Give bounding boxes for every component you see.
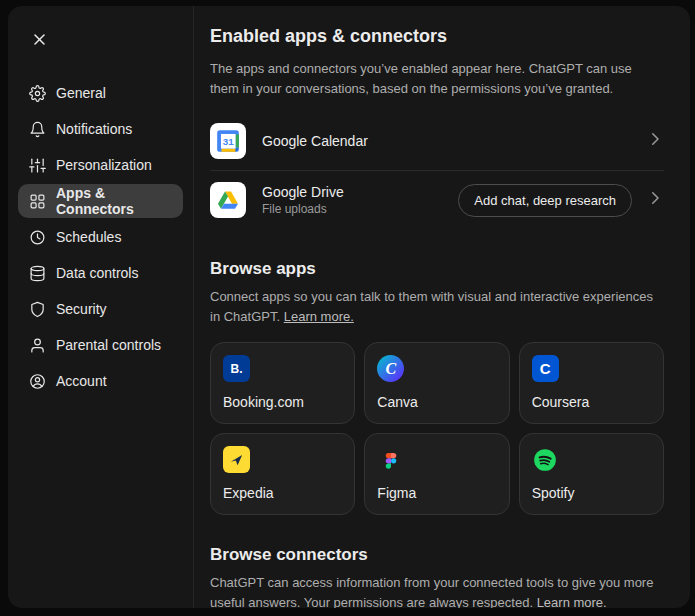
page-title: Enabled apps & connectors <box>210 26 664 47</box>
sidebar-item-label: Parental controls <box>56 337 161 353</box>
sidebar-item-schedules[interactable]: Schedules <box>18 220 183 254</box>
settings-nav: General Notifications Personalization Ap… <box>18 76 183 398</box>
sidebar-item-general[interactable]: General <box>18 76 183 110</box>
chevron-right-icon <box>646 130 664 152</box>
settings-sidebar: General Notifications Personalization Ap… <box>8 6 194 608</box>
app-name: Coursera <box>532 394 651 410</box>
app-name: Spotify <box>532 485 651 501</box>
google-calendar-icon: 31 <box>210 123 246 159</box>
user-circle-icon <box>28 372 46 390</box>
learn-more-link[interactable]: Learn more. <box>537 595 607 609</box>
sidebar-item-label: Schedules <box>56 229 121 245</box>
close-icon <box>32 32 47 47</box>
browse-connectors-title: Browse connectors <box>210 545 664 565</box>
learn-more-link[interactable]: Learn more. <box>284 309 354 324</box>
app-card-booking[interactable]: B. Booking.com <box>210 342 355 424</box>
database-icon <box>28 264 46 282</box>
spotify-logo-icon <box>532 446 559 473</box>
app-card-figma[interactable]: Figma <box>364 433 509 515</box>
app-card-canva[interactable]: C Canva <box>364 342 509 424</box>
add-chat-deep-research-button[interactable]: Add chat, deep research <box>458 184 632 217</box>
browse-connectors-description: ChatGPT can access information from your… <box>210 573 662 608</box>
sidebar-item-parental-controls[interactable]: Parental controls <box>18 328 183 362</box>
canva-logo-icon: C <box>377 355 404 382</box>
app-name: Booking.com <box>223 394 342 410</box>
sidebar-item-label: Apps & Connectors <box>56 185 173 217</box>
connector-name: Google Drive <box>262 184 344 200</box>
sidebar-item-label: Security <box>56 301 107 317</box>
gear-icon <box>28 84 46 102</box>
browse-apps-description: Connect apps so you can talk to them wit… <box>210 287 662 326</box>
connector-name: Google Calendar <box>262 133 368 149</box>
shield-icon <box>28 300 46 318</box>
close-button[interactable] <box>24 24 54 54</box>
sidebar-item-data-controls[interactable]: Data controls <box>18 256 183 290</box>
sidebar-item-label: Account <box>56 373 107 389</box>
enabled-list: 31 Google Calendar <box>210 112 664 229</box>
settings-content: Enabled apps & connectors The apps and c… <box>194 6 690 608</box>
person-icon <box>28 336 46 354</box>
enabled-row-google-drive[interactable]: Google Drive File uploads Add chat, deep… <box>210 170 664 229</box>
app-card-coursera[interactable]: C Coursera <box>519 342 664 424</box>
sidebar-item-label: Personalization <box>56 157 152 173</box>
figma-logo-icon <box>377 446 404 473</box>
sidebar-item-account[interactable]: Account <box>18 364 183 398</box>
connector-subtitle: File uploads <box>262 202 344 216</box>
clock-icon <box>28 228 46 246</box>
app-card-expedia[interactable]: Expedia <box>210 433 355 515</box>
sidebar-item-label: Notifications <box>56 121 132 137</box>
browse-apps-title: Browse apps <box>210 259 664 279</box>
sidebar-item-security[interactable]: Security <box>18 292 183 326</box>
grid-icon <box>28 192 46 210</box>
svg-text:31: 31 <box>223 136 234 147</box>
app-name: Expedia <box>223 485 342 501</box>
sidebar-item-label: Data controls <box>56 265 138 281</box>
settings-dialog: General Notifications Personalization Ap… <box>8 6 690 608</box>
enabled-description: The apps and connectors you’ve enabled a… <box>210 59 662 98</box>
chevron-right-icon <box>646 189 664 211</box>
sidebar-item-notifications[interactable]: Notifications <box>18 112 183 146</box>
sliders-icon <box>28 156 46 174</box>
sidebar-item-label: General <box>56 85 106 101</box>
sidebar-item-apps-connectors[interactable]: Apps & Connectors <box>18 184 183 218</box>
booking-logo-icon: B. <box>223 355 250 382</box>
bell-icon <box>28 120 46 138</box>
sidebar-item-personalization[interactable]: Personalization <box>18 148 183 182</box>
app-card-spotify[interactable]: Spotify <box>519 433 664 515</box>
expedia-logo-icon <box>223 446 250 473</box>
app-name: Canva <box>377 394 496 410</box>
coursera-logo-icon: C <box>532 355 559 382</box>
apps-grid: B. Booking.com C Canva C Coursera Expedi… <box>210 342 664 515</box>
google-drive-icon <box>210 182 246 218</box>
app-name: Figma <box>377 485 496 501</box>
enabled-row-google-calendar[interactable]: 31 Google Calendar <box>210 112 664 170</box>
